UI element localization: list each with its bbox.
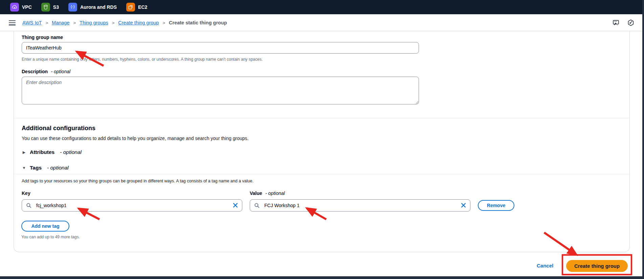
s3-icon	[41, 3, 50, 12]
thing-group-name-help: Enter a unique name containing only lett…	[22, 57, 263, 62]
favorite-label: Aurora and RDS	[80, 4, 117, 10]
favorite-label: VPC	[22, 4, 32, 10]
favorite-label: S3	[53, 4, 59, 10]
breadcrumb: AWS IoT > Manage > Thing groups > Create…	[22, 14, 227, 31]
breadcrumb-bar: AWS IoT > Manage > Thing groups > Create…	[0, 14, 644, 31]
tag-value-label: Value - optional	[250, 190, 285, 196]
favorites-bar: VPC S3 Aurora and RDS EC2	[0, 0, 644, 14]
breadcrumb-separator: >	[45, 20, 48, 25]
ec2-icon	[126, 3, 135, 12]
create-thing-group-button[interactable]: Create thing group	[566, 260, 628, 272]
screen-share-icon[interactable]	[612, 19, 620, 26]
clear-value-icon[interactable]	[461, 202, 466, 208]
favorite-vpc[interactable]: VPC	[5, 0, 37, 14]
tag-key-label: Key	[22, 190, 30, 196]
description-label: Description - optional	[22, 68, 70, 75]
aws-console-page: VPC S3 Aurora and RDS EC2 AWS IoT > Mana	[0, 0, 644, 279]
window-edge-bottom	[0, 276, 644, 279]
menu-icon[interactable]	[9, 19, 17, 26]
thing-group-name-input[interactable]	[22, 42, 419, 54]
tags-limit-note: You can add up to 49 more tags.	[21, 235, 80, 239]
tags-expander[interactable]: ▼ Tags - optional	[22, 165, 69, 171]
add-new-tag-button[interactable]: Add new tag	[21, 221, 69, 232]
attributes-expander[interactable]: ▶ Attributes - optional	[22, 149, 82, 155]
description-textarea[interactable]	[22, 77, 419, 104]
window-edge-right	[642, 0, 644, 279]
tags-divider	[14, 174, 629, 174]
tag-key-field	[22, 199, 242, 212]
breadcrumb-separator: >	[112, 20, 115, 25]
breadcrumb-separator: >	[162, 20, 165, 25]
remove-tag-button[interactable]: Remove	[478, 200, 514, 211]
section-divider	[14, 118, 629, 118]
chevron-down-icon: ▼	[22, 166, 26, 170]
form-card	[14, 31, 630, 252]
vpc-icon	[10, 3, 19, 12]
breadcrumb-link-thing-groups[interactable]: Thing groups	[80, 20, 108, 25]
chevron-right-icon: ▶	[22, 150, 26, 155]
tags-description: Add tags to your resources so your thing…	[22, 179, 253, 183]
cancel-button[interactable]: Cancel	[537, 263, 553, 268]
tag-value-field	[250, 199, 470, 212]
breadcrumb-link-manage[interactable]: Manage	[52, 20, 69, 25]
favorite-label: EC2	[138, 4, 147, 10]
clear-key-icon[interactable]	[232, 202, 238, 208]
extension-badge-icon[interactable]	[627, 19, 635, 26]
breadcrumb-toolbar	[612, 14, 635, 31]
favorite-ec2[interactable]: EC2	[121, 0, 152, 14]
breadcrumb-link-create-thing-group[interactable]: Create thing group	[118, 20, 159, 25]
tag-value-input[interactable]	[250, 199, 470, 212]
favorite-s3[interactable]: S3	[37, 0, 64, 14]
breadcrumb-link-aws-iot[interactable]: AWS IoT	[22, 20, 42, 25]
breadcrumb-separator: >	[73, 20, 76, 25]
additional-configurations-subtitle: You can use these configurations to add …	[22, 136, 248, 141]
additional-configurations-title: Additional configurations	[22, 125, 95, 132]
favorite-aurora-rds[interactable]: Aurora and RDS	[64, 0, 121, 14]
aurora-rds-icon	[68, 3, 77, 12]
breadcrumb-current: Create static thing group	[169, 20, 227, 25]
tag-key-input[interactable]	[22, 199, 242, 212]
thing-group-name-label: Thing group name	[22, 34, 63, 40]
